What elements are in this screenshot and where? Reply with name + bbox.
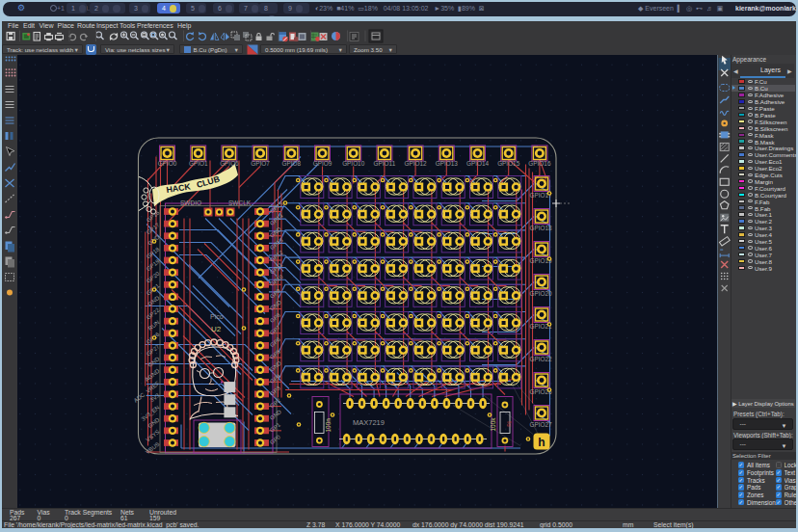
svg-text:GPIO18: GPIO18 [530,225,553,231]
svg-text:GPIO10: GPIO10 [342,160,365,167]
svg-text:100k: 100k [490,416,496,431]
svg-text:GPIO27: GPIO27 [530,421,553,428]
svg-text:SWCLK: SWCLK [228,199,252,205]
svg-text:GPIO0: GPIO0 [158,160,177,167]
svg-text:GPIO13: GPIO13 [436,160,459,167]
svg-text:GPIO16: GPIO16 [528,160,551,167]
svg-text:MAX7219: MAX7219 [353,417,385,426]
svg-text:100n: 100n [325,417,332,432]
svg-text:GPIO6: GPIO6 [220,160,239,167]
svg-text:Pico: Pico [210,312,224,319]
svg-text:GPIO1: GPIO1 [189,160,208,167]
svg-text:R1: R1 [507,420,512,426]
svg-text:h: h [538,436,545,449]
svg-text:U2: U2 [211,324,222,332]
svg-text:GPIO22: GPIO22 [530,356,553,362]
svg-text:GPIO8: GPIO8 [282,160,302,167]
svg-text:GPIO20: GPIO20 [530,290,553,297]
svg-text:GPIO7: GPIO7 [251,160,270,167]
svg-text:GPIO12: GPIO12 [405,160,428,167]
svg-text:GPIO9: GPIO9 [313,160,332,167]
svg-text:GPIO11: GPIO11 [374,160,396,167]
svg-text:SWDIO: SWDIO [180,199,201,205]
svg-text:GPIO15: GPIO15 [497,160,520,167]
svg-text:GPIO14: GPIO14 [466,160,490,167]
